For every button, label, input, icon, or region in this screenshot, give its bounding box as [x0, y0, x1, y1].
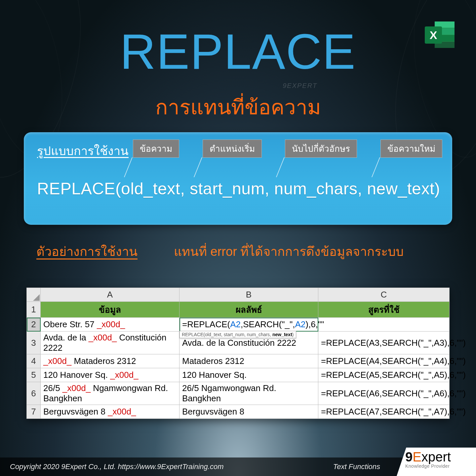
category-text: Text Functions [333, 462, 380, 471]
page-subtitle: การแทนที่ข้อความ [0, 91, 476, 123]
error-text: _x00d_ [43, 356, 71, 366]
cell-b4[interactable]: Mataderos 2312 [179, 354, 318, 368]
cell-c2[interactable] [318, 318, 450, 332]
row-header-3[interactable]: 3 [27, 332, 41, 354]
row-header-4[interactable]: 4 [27, 354, 41, 368]
copyright-text: Copyright 2020 9Expert Co., Ltd. https:/… [10, 462, 223, 471]
cell-ref: A2 [295, 319, 305, 329]
cell-ref: A2 [230, 319, 241, 329]
cell-c3[interactable]: =REPLACE(A3,SEARCH("_",A3),6,"") [318, 332, 450, 354]
cell-b5[interactable]: 120 Hanover Sq. [179, 368, 318, 382]
row-header-1[interactable]: 1 [27, 302, 41, 318]
select-all-corner[interactable] [27, 288, 41, 302]
header-result[interactable]: ผลลัพธ์ [179, 302, 318, 318]
header-data[interactable]: ข้อมูล [41, 302, 179, 318]
row-header-5[interactable]: 5 [27, 368, 41, 382]
error-text: _x00d_ [108, 407, 136, 416]
cell-c7[interactable]: =REPLACE(A7,SEARCH("_",A7),6,"") [318, 405, 450, 419]
formula-tooltip: REPLACE(old_text, start_num, num_chars, … [179, 331, 296, 338]
example-row: ตัวอย่างการใช้งาน แทนที่ error ที่ได้จาก… [36, 241, 450, 261]
row-header-2[interactable]: 2 [27, 318, 41, 332]
cell-a6[interactable]: 26/5 _x00d_ Ngamwongwan Rd. Bangkhen [41, 382, 179, 405]
watermark: 9EXPERT [283, 82, 317, 90]
cell-c4[interactable]: =REPLACE(A4,SEARCH("_",A4),6,"") [318, 354, 450, 368]
cell-c6[interactable]: =REPLACE(A6,SEARCH("_",A6),6,"") [318, 382, 450, 405]
cell-a2[interactable]: Obere Str. 57 _x00d_ [41, 318, 179, 332]
arg-tag-start-num: ตำแหน่งเริ่ม [203, 139, 262, 158]
col-header-c[interactable]: C [318, 288, 450, 302]
brand-logo: 9Expert Knowledge Provider [397, 448, 476, 476]
cell-b2-editing[interactable]: =REPLACE(A2,SEARCH("_",A2),6,"" REPLACE(… [179, 318, 318, 332]
error-text: _x00d_ [62, 383, 91, 393]
cell-b7[interactable]: Berguvsvägen 8 [179, 405, 318, 419]
cell-a5[interactable]: 120 Hanover Sq. _x00d_ [41, 368, 179, 382]
error-text: _x00d_ [110, 370, 138, 380]
header-formula[interactable]: สูตรที่ใช้ [318, 302, 450, 318]
col-header-a[interactable]: A [41, 288, 179, 302]
row-header-6[interactable]: 6 [27, 382, 41, 405]
example-description: แทนที่ error ที่ได้จากการดึงข้อมูลจากระบ… [174, 241, 404, 261]
error-text: _x00d_ [97, 319, 125, 329]
syntax-panel: รูปแบบการใช้งาน ข้อความ ตำแหน่งเริ่ม นับ… [24, 132, 452, 225]
spreadsheet-table: A B C 1 ข้อมูล ผลลัพธ์ สูตรที่ใช้ 2 Ober… [26, 288, 450, 419]
page-title: REPLACE [0, 23, 476, 80]
col-header-b[interactable]: B [179, 288, 318, 302]
cell-b6[interactable]: 26/5 Ngamwongwan Rd. Bangkhen [179, 382, 318, 405]
row-header-7[interactable]: 7 [27, 405, 41, 419]
cell-c5[interactable]: =REPLACE(A5,SEARCH("_",A5),6,"") [318, 368, 450, 382]
syntax-text: REPLACE(old_text, start_num, num_chars, … [37, 179, 440, 198]
spreadsheet: A B C 1 ข้อมูล ผลลัพธ์ สูตรที่ใช้ 2 Ober… [26, 288, 450, 419]
arg-tag-num-chars: นับไปกี่ตัวอักษร [285, 139, 357, 158]
cell-a4[interactable]: _x00d_ Mataderos 2312 [41, 354, 179, 368]
arg-tag-old-text: ข้อความ [133, 139, 179, 158]
argument-tags: ข้อความ ตำแหน่งเริ่ม นับไปกี่ตัวอักษร ข้… [133, 139, 442, 158]
cell-a3[interactable]: Avda. de la _x00d_ Constitución 2222 [41, 332, 179, 354]
arg-tag-new-text: ข้อความใหม่ [380, 139, 442, 158]
example-label: ตัวอย่างการใช้งาน [36, 241, 138, 261]
error-text: _x00d_ [89, 333, 117, 342]
cell-a7[interactable]: Berguvsvägen 8 _x00d_ [41, 405, 179, 419]
brand-tagline: Knowledge Provider [405, 463, 471, 469]
